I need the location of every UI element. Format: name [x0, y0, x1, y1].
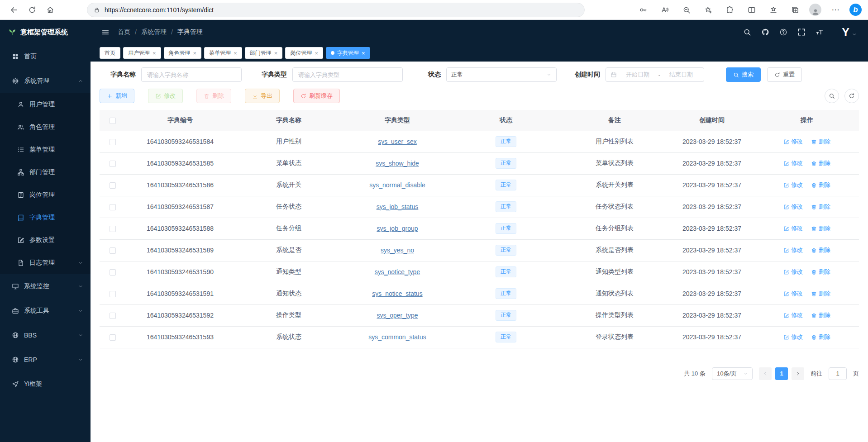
password-button[interactable] — [635, 2, 651, 18]
row-edit-button[interactable]: 修改 — [783, 203, 803, 211]
row-edit-button[interactable]: 修改 — [783, 333, 803, 341]
sidebar-item-erp[interactable]: ERP — [0, 347, 91, 372]
close-icon[interactable]: × — [193, 50, 197, 56]
row-checkbox[interactable] — [110, 247, 116, 254]
sidebar-item-bbs[interactable]: BBS — [0, 323, 91, 347]
search-button[interactable] — [743, 28, 751, 36]
row-edit-button[interactable]: 修改 — [783, 290, 803, 298]
row-edit-button[interactable]: 修改 — [783, 159, 803, 167]
dict-type-link[interactable]: sys_oper_type — [377, 312, 418, 319]
row-delete-button[interactable]: 删除 — [811, 290, 830, 298]
close-icon[interactable]: × — [274, 50, 278, 56]
row-edit-button[interactable]: 修改 — [783, 138, 803, 146]
select-all-checkbox[interactable] — [110, 118, 116, 124]
row-checkbox[interactable] — [110, 313, 116, 319]
table-search-button[interactable] — [825, 89, 839, 103]
tab-home[interactable]: 首页 — [100, 47, 120, 59]
tab-role-mgmt[interactable]: 角色管理× — [164, 47, 202, 59]
question-button[interactable] — [779, 28, 787, 36]
row-checkbox[interactable] — [110, 291, 116, 297]
sidebar-item-user-mgmt[interactable]: 用户管理 — [0, 93, 91, 116]
dict-type-input[interactable] — [292, 67, 403, 82]
status-select[interactable]: 正常 — [446, 67, 557, 82]
breadcrumb-item-system[interactable]: 系统管理 — [141, 28, 167, 36]
font-size-button[interactable] — [816, 28, 824, 36]
close-icon[interactable]: × — [362, 50, 365, 56]
row-edit-button[interactable]: 修改 — [783, 181, 803, 189]
reset-button[interactable]: 重置 — [767, 67, 802, 82]
address-bar[interactable]: https://ccnetcore.com:1101/system/dict — [87, 3, 585, 17]
tab-menu-mgmt[interactable]: 菜单管理× — [204, 47, 242, 59]
dict-type-link[interactable]: sys_job_status — [377, 203, 419, 210]
zoom-out-button[interactable] — [679, 2, 694, 18]
fullscreen-button[interactable] — [797, 28, 806, 36]
tab-dict-mgmt[interactable]: 字典管理× — [326, 47, 370, 59]
browser-home-button[interactable] — [43, 2, 58, 18]
profile-avatar[interactable] — [809, 4, 821, 16]
row-checkbox[interactable] — [110, 161, 116, 167]
row-checkbox[interactable] — [110, 226, 116, 232]
row-delete-button[interactable]: 删除 — [811, 203, 830, 211]
row-edit-button[interactable]: 修改 — [783, 268, 803, 276]
dict-type-link[interactable]: sys_yes_no — [381, 247, 414, 254]
tab-dept-mgmt[interactable]: 部门管理× — [245, 47, 283, 59]
github-button[interactable] — [761, 28, 769, 36]
row-edit-button[interactable]: 修改 — [783, 246, 803, 254]
dict-type-link[interactable]: sys_job_group — [377, 225, 418, 232]
favorites-bar-button[interactable] — [766, 2, 781, 18]
sidebar-item-tools[interactable]: 系统工具 — [0, 299, 91, 323]
sidebar-item-role-mgmt[interactable]: 角色管理 — [0, 116, 91, 138]
row-delete-button[interactable]: 删除 — [811, 159, 830, 167]
sidebar-item-post-mgmt[interactable]: 岗位管理 — [0, 184, 91, 206]
split-screen-button[interactable] — [744, 2, 759, 18]
dict-type-link[interactable]: sys_notice_status — [372, 290, 422, 297]
next-page-button[interactable] — [792, 367, 804, 380]
goto-page-input[interactable] — [829, 367, 847, 380]
user-menu[interactable]: Y — [842, 26, 857, 39]
table-refresh-button[interactable] — [844, 89, 859, 103]
bing-copilot-button[interactable]: b — [849, 4, 862, 16]
sidebar-item-system[interactable]: 系统管理 — [0, 69, 91, 93]
read-aloud-button[interactable] — [657, 2, 672, 18]
sidebar-item-log-mgmt[interactable]: 日志管理 — [0, 252, 91, 274]
page-number-button[interactable]: 1 — [775, 367, 788, 380]
dict-type-link[interactable]: sys_user_sex — [378, 138, 417, 145]
prev-page-button[interactable] — [759, 367, 772, 380]
refresh-cache-button[interactable]: 刷新缓存 — [293, 89, 340, 103]
row-edit-button[interactable]: 修改 — [783, 311, 803, 319]
collections-button[interactable] — [787, 2, 803, 18]
sidebar-item-monitor[interactable]: 系统监控 — [0, 274, 91, 299]
delete-button[interactable]: 删除 — [196, 89, 231, 103]
search-button[interactable]: 搜索 — [726, 67, 761, 82]
browser-back-button[interactable] — [6, 2, 22, 18]
row-checkbox[interactable] — [110, 269, 116, 276]
sidebar-item-menu-mgmt[interactable]: 菜单管理 — [0, 138, 91, 161]
sidebar-item-dept-mgmt[interactable]: 部门管理 — [0, 161, 91, 184]
row-delete-button[interactable]: 删除 — [811, 181, 830, 189]
add-button[interactable]: 新增 — [100, 89, 134, 103]
tab-user-mgmt[interactable]: 用户管理× — [123, 47, 161, 59]
date-range-picker[interactable]: 开始日期 - 结束日期 — [606, 67, 704, 82]
sidebar-toggle-button[interactable] — [101, 28, 110, 36]
close-icon[interactable]: × — [153, 50, 156, 56]
sidebar-item-yi-framework[interactable]: Yi框架 — [0, 372, 91, 396]
sidebar-item-home[interactable]: 首页 — [0, 44, 91, 69]
row-edit-button[interactable]: 修改 — [783, 224, 803, 233]
tab-post-mgmt[interactable]: 岗位管理× — [285, 47, 323, 59]
dict-type-link[interactable]: sys_common_status — [368, 333, 426, 341]
settings-menu-button[interactable]: ⋯ — [828, 2, 843, 18]
sidebar-item-param-settings[interactable]: 参数设置 — [0, 229, 91, 252]
row-checkbox[interactable] — [110, 334, 116, 341]
add-favorite-button[interactable] — [701, 2, 716, 18]
row-delete-button[interactable]: 删除 — [811, 246, 830, 254]
extensions-button[interactable] — [722, 2, 738, 18]
row-delete-button[interactable]: 删除 — [811, 224, 830, 233]
page-size-select[interactable]: 10条/页 — [712, 367, 753, 380]
row-delete-button[interactable]: 删除 — [811, 311, 830, 319]
row-checkbox[interactable] — [110, 204, 116, 210]
row-checkbox[interactable] — [110, 139, 116, 145]
close-icon[interactable]: × — [315, 50, 318, 56]
export-button[interactable]: 导出 — [245, 89, 280, 103]
dict-type-link[interactable]: sys_show_hide — [376, 160, 419, 167]
dict-type-link[interactable]: sys_notice_type — [375, 268, 420, 276]
